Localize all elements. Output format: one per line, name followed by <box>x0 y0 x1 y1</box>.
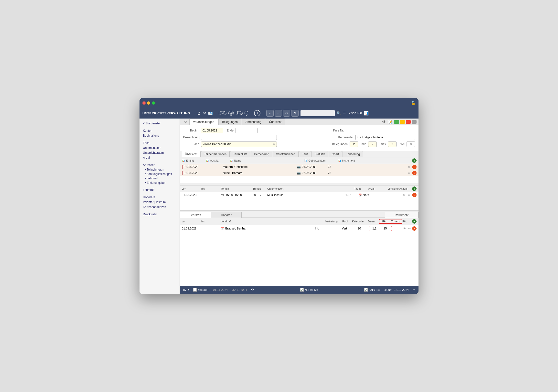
participant-nav-0[interactable]: → <box>412 165 417 169</box>
sidebar-item-areal[interactable]: Areal <box>140 155 180 160</box>
sidebar-item-inventar[interactable]: Inventar | Instrum. <box>140 200 180 205</box>
participant-edit-1[interactable]: ✏ <box>407 171 411 175</box>
nav-forward-button[interactable]: → <box>275 110 282 117</box>
plus-circle-icon[interactable]: + <box>254 110 260 116</box>
eye-icon[interactable]: 👁 <box>382 120 386 124</box>
close-button[interactable] <box>142 101 146 105</box>
teacher-tab-instrument[interactable]: Instrument <box>385 212 418 218</box>
sort-austritt-icon[interactable]: 📊 <box>206 159 209 162</box>
participant-bdate-1: 06.06.2001 <box>302 171 324 175</box>
content-area: ⚙ Veranstaltungen Belegungen Abrechnung … <box>180 119 418 294</box>
app-icon[interactable]: App <box>236 111 243 115</box>
teacher-tab-lehrkraft[interactable]: Lehrkraft <box>180 212 211 218</box>
frei-label: frei <box>398 142 405 146</box>
euro-icon[interactable]: € <box>245 111 248 116</box>
sub-tab-statistik[interactable]: Statistik <box>311 151 328 157</box>
gear-tab-icon[interactable]: ⚙ <box>182 119 189 125</box>
sidebar-item-konten[interactable]: Konten <box>140 128 180 133</box>
sidebar-item-fach[interactable]: Fach <box>140 141 180 145</box>
sidebar-item-lehrkraft[interactable]: Lehrkraft <box>140 187 180 192</box>
aktiv-ab-check: ✓ Aktiv ab: <box>364 288 380 292</box>
nav-back-button[interactable]: ← <box>266 110 274 117</box>
nav-sync-button[interactable]: ↻ <box>291 110 299 117</box>
sub-tab-ubersicht[interactable]: Übersicht <box>182 151 201 157</box>
participant-nav-1[interactable]: → <box>412 171 417 175</box>
note-icon[interactable]: 📝 <box>388 120 393 124</box>
sidebar-item-adressen[interactable]: Adressen <box>140 163 180 167</box>
sidebar-item-buchhaltung[interactable]: Buchhaltung <box>140 133 180 138</box>
sidebar-item-teilnehmer[interactable]: • Teilnehmer:in <box>140 167 180 172</box>
sub-tab-teilnehmer[interactable]: Teilnehmer:innen <box>201 151 230 157</box>
sidebar-item-zahlungspflichtige[interactable]: • Zahlungspflichtige:r <box>140 172 180 176</box>
sidebar-item-startfenster[interactable]: < Startfenster <box>140 121 180 126</box>
sidebar-item-lehrkraft-addr[interactable]: • Lehrkraft <box>140 176 180 181</box>
tab-belegungen[interactable]: Belegungen <box>218 119 241 125</box>
sub-tab-veroeffentlichen[interactable]: Veröffentlichen <box>273 151 299 157</box>
search-icon[interactable]: 🔍 <box>337 111 341 115</box>
traffic-lights <box>142 101 155 105</box>
schedule-delete-0[interactable]: ✕ <box>412 193 417 197</box>
min-label: min <box>360 142 366 146</box>
sidebar-item-erziehungsber[interactable]: • Erziehungsber. <box>140 181 180 185</box>
beginn-input[interactable] <box>201 128 223 133</box>
add-schedule-button[interactable]: + <box>412 186 417 191</box>
teacher-dauer-0: 30 <box>358 227 369 230</box>
at-icon[interactable]: @ <box>228 111 234 116</box>
nav-refresh-button[interactable]: ↺ <box>283 110 290 117</box>
frei-input[interactable] <box>407 142 415 147</box>
tab-ubersicht[interactable]: Übersicht <box>266 119 285 125</box>
sub-tab-bemerkung[interactable]: Bemerkung <box>251 151 272 157</box>
max-input[interactable] <box>388 142 397 147</box>
kommentar-input[interactable] <box>355 135 415 140</box>
zeitraum-to: 30.11.2024 <box>232 288 247 292</box>
teacher-tab-honorar[interactable]: Honorar <box>211 212 241 218</box>
minimize-button[interactable] <box>147 101 150 105</box>
kurs-nr-input[interactable] <box>346 128 415 133</box>
aktiv-ab-checkbox[interactable]: ✓ <box>364 288 368 292</box>
datum-edit-icon[interactable]: ✏ <box>413 288 415 292</box>
statusbar-gear-icon[interactable]: ⚙ <box>251 288 254 292</box>
sub-tab-kontierung[interactable]: Kontierung <box>343 151 363 157</box>
teacher-delete-0[interactable]: ✕ <box>412 226 417 231</box>
ende-input[interactable] <box>236 128 258 133</box>
sub-tab-terminliste[interactable]: Terminliste <box>230 151 250 157</box>
sort-instrument-icon[interactable]: 📊 <box>338 159 341 162</box>
min-input[interactable] <box>368 142 377 147</box>
mail-outline-icon[interactable]: ✉ <box>203 111 206 116</box>
schedule-view-0[interactable]: 👁 <box>402 193 406 197</box>
nur-aktive-checkbox[interactable]: ✓ <box>300 288 304 292</box>
maximize-button[interactable] <box>152 101 155 105</box>
add-teacher-button[interactable]: + <box>412 219 417 224</box>
sidebar-item-druckwahl[interactable]: Druckwahl <box>140 212 180 217</box>
sidebar-item-korrespondenzen[interactable]: Korrespondenzen <box>140 205 180 209</box>
participant-bdate-0: 01.02.2001 <box>302 165 324 169</box>
teacher-view-0[interactable]: 👁 <box>402 226 406 231</box>
bezeichnung-input[interactable] <box>201 135 277 140</box>
printer-icon[interactable]: 🖨 <box>197 111 201 115</box>
th-fkt: Fkt. <box>380 220 389 223</box>
teacher-zusatz-0: 15 <box>380 227 391 230</box>
sidebar-item-unterrichtsort[interactable]: Unterrichtsort <box>140 145 180 150</box>
sidebar-item-honorare[interactable]: Honorare <box>140 195 180 200</box>
tab-veranstaltungen[interactable]: Veranstaltungen <box>189 119 218 125</box>
tab-abrechnung[interactable]: Abrechnung <box>242 119 265 125</box>
zeitraum-checkbox[interactable] <box>193 288 197 292</box>
schedule-edit-0[interactable]: ✏ <box>407 193 411 197</box>
sort-geburtsdatum-icon[interactable]: 📊 <box>304 159 308 162</box>
teacher-edit-0[interactable]: ✏ <box>407 226 411 231</box>
participant-edit-0[interactable]: ✏ <box>407 165 411 169</box>
sub-tab-tarif[interactable]: Tarif <box>299 151 311 157</box>
space-1 <box>180 176 418 184</box>
add-participant-button[interactable]: + <box>412 158 417 163</box>
sort-name-icon[interactable]: 📊 <box>230 159 233 162</box>
mail-filled-icon[interactable]: 📧 <box>208 111 213 116</box>
sidebar-item-unterrichtsraum[interactable]: Unterrichtsraum <box>140 150 180 155</box>
sms-icon[interactable]: SMS <box>219 111 226 115</box>
search-input[interactable] <box>300 110 335 116</box>
app-title: UNTERRICHTSVERWALTUNG <box>142 111 190 115</box>
belegungen-input[interactable] <box>350 142 358 147</box>
sub-tab-chart[interactable]: Chart <box>329 151 342 157</box>
list-icon[interactable]: ☰ <box>343 111 346 115</box>
sort-eintritt-icon[interactable]: 📊 <box>182 159 185 162</box>
fach-edit-icon[interactable]: ✏ <box>273 142 275 146</box>
